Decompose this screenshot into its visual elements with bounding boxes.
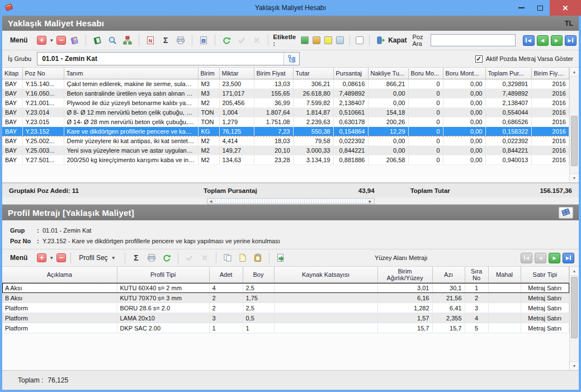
table-cell[interactable]: 0,940013 [485,155,531,164]
metraj-checkbox[interactable]: ✓ [475,55,483,63]
is-grubu-combo[interactable]: 01.01 - Zemin Kat [37,52,300,65]
dropdown-caret-icon[interactable]: ▼ [49,256,54,261]
table-cell[interactable]: 155,65 [254,88,293,98]
table-row[interactable]: BAYY.23.015Ø 14- Ø 28 mm nervürlü beton … [2,117,569,126]
close-button[interactable]: ✕ [550,0,581,16]
table-cell[interactable]: 1 [465,283,488,293]
column-header[interactable]: Nakliye Tu... [368,68,408,79]
table-cell[interactable]: KG [198,126,219,136]
table-cell[interactable]: 0,00 [443,107,485,117]
table-cell[interactable]: 1,57 [377,313,432,323]
table-cell[interactable]: Kare ve dikdörtgen profillerle pencere v… [64,126,198,136]
minimize-button[interactable] [512,0,531,16]
menu-button[interactable]: Menü [10,254,27,262]
table-cell[interactable]: Beton santralinde üretilen veya satın al… [64,88,198,98]
table-cell[interactable]: 2 [209,303,243,313]
table-cell[interactable]: 0,00 [443,145,485,155]
table-cell[interactable]: Y.23.014 [22,107,64,117]
table-cell[interactable]: 0 [408,136,443,145]
table-cell[interactable]: B Aksı [2,293,117,303]
nav-next-button[interactable]: ▶ [551,35,563,46]
table-row[interactable]: PlatformBORU 28.6 s= 2.022,51,2826,413Me… [2,303,569,313]
table-cell[interactable]: 30,1 [432,283,465,293]
table-cell[interactable]: BAY [2,136,22,145]
table-cell[interactable]: 0,844221 [333,145,368,155]
table-cell[interactable]: 171,017 [219,88,254,98]
table-row[interactable]: A AksıKUTU 60X40 s= 2 mm42,53,0130,11Met… [2,283,569,293]
table-cell[interactable] [488,293,521,303]
menu-button[interactable]: Menü [10,36,27,44]
table-cell[interactable]: 0,844221 [485,145,531,155]
table-cell[interactable]: BAY [2,98,22,107]
table-cell[interactable]: DKP SAC 2.00 [117,323,209,333]
table-cell[interactable] [274,313,377,323]
table-cell[interactable]: 205,456 [219,98,254,107]
profil-window-button[interactable] [559,207,573,219]
table-cell[interactable]: 0,329891 [485,79,531,88]
add-button[interactable]: + [37,36,46,45]
table-cell[interactable]: 0,881886 [333,155,368,164]
table-cell[interactable]: 76,125 [219,126,254,136]
scroll-down-icon[interactable]: ▼ [570,173,579,182]
table-cell[interactable]: 1 [209,323,243,333]
tree-select-button[interactable] [284,53,299,65]
copy-button[interactable] [221,252,234,264]
nav-last-button[interactable]: ▶ [565,35,577,46]
sum-button[interactable]: Σ [130,252,143,264]
table-cell[interactable]: 0,510661 [333,107,368,117]
column-header[interactable]: Toplam Pur... [485,68,531,79]
table-cell[interactable]: 0 [408,117,443,126]
table-cell[interactable]: 13,03 [254,79,293,88]
table-cell[interactable]: 0 [408,79,443,88]
table-cell[interactable]: BAY [2,155,22,164]
table-cell[interactable]: Çakıl temin edilerek, makine ile serme, … [64,79,198,88]
table-cell[interactable]: Platform [2,303,117,313]
scroll-down-icon[interactable]: ▼ [570,361,579,370]
table-cell[interactable]: M2 [198,155,219,164]
table-cell[interactable]: 2,5 [243,303,274,313]
table-cell[interactable]: 5 [465,323,488,333]
column-header[interactable]: Sıra No [465,267,488,283]
table-cell[interactable]: 0,00 [443,79,485,88]
clipboard-button[interactable] [251,252,264,264]
table-cell[interactable]: Ø 8- Ø 12 mm nervürlü beton çelik çubuğu… [64,107,198,117]
paste-button[interactable] [236,252,249,264]
table-cell[interactable]: 866,21 [368,79,408,88]
column-header[interactable]: Boy [243,267,274,283]
table-cell[interactable]: Platform [2,313,117,323]
table-cell[interactable]: 0,630178 [333,117,368,126]
table-cell[interactable]: Platform [2,323,117,333]
table-row[interactable]: BAYY.21.001...Plywood ile düz yüzeyli be… [2,98,569,107]
table-cell[interactable]: BORU 28.6 s= 2.0 [117,303,209,313]
book-button[interactable] [91,34,104,46]
column-header[interactable]: Kaynak Katsayısı [274,267,377,283]
table-cell[interactable]: 7,23 [254,126,293,136]
nav-prev-button[interactable]: ◀ [537,35,549,46]
nav-first-button[interactable]: ◀ [521,253,532,263]
table-cell[interactable]: Y.23.152 [22,126,64,136]
table-cell[interactable]: 2016 [531,98,569,107]
table-cell[interactable]: 206,58 [368,155,408,164]
maximize-button[interactable] [531,0,550,16]
table-cell[interactable]: 2016 [531,126,569,136]
refresh-button[interactable] [160,252,173,264]
table-row[interactable]: BAYY.23.152Kare ve dikdörtgen profillerl… [2,126,569,136]
table-cell[interactable]: 2016 [531,155,569,164]
table-cell[interactable]: Metraj Satırı [521,293,569,303]
table-cell[interactable]: 4 [465,313,488,323]
table-row[interactable]: BAYY.25.002...Demir yüzeylere iki kat an… [2,136,569,145]
table-cell[interactable]: 0 [408,155,443,164]
table-cell[interactable] [488,313,521,323]
column-header[interactable]: Pursantaj [333,68,368,79]
column-header[interactable]: Boru Mo... [408,68,443,79]
table-cell[interactable]: 7,489892 [485,88,531,98]
table-cell[interactable]: M3 [198,79,219,88]
table-cell[interactable]: A Aksı [2,283,117,293]
report-button[interactable]: α [197,34,210,46]
table-cell[interactable]: 3.134,19 [293,155,333,164]
table-cell[interactable]: 0,00 [443,155,485,164]
dropdown-caret-icon[interactable]: ▼ [49,38,54,43]
column-header[interactable]: Birim Fiyat Yılı [531,68,569,79]
table-cell[interactable]: 154,18 [368,107,408,117]
scroll-up-icon[interactable]: ▲ [570,68,579,77]
